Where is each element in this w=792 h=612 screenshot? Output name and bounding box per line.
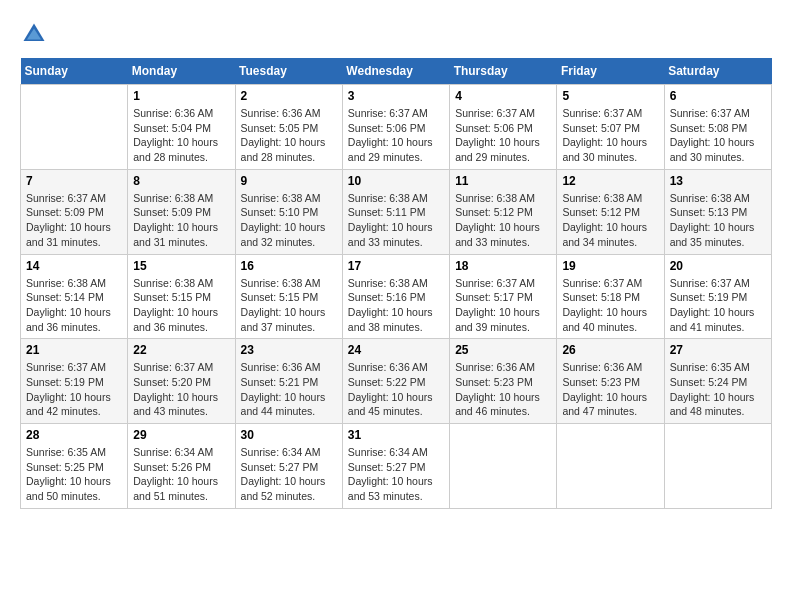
- day-number: 18: [455, 259, 551, 273]
- day-info: Sunrise: 6:38 AMSunset: 5:13 PMDaylight:…: [670, 191, 766, 250]
- page-header: [20, 20, 772, 48]
- day-info: Sunrise: 6:37 AMSunset: 5:18 PMDaylight:…: [562, 276, 658, 335]
- day-number: 15: [133, 259, 229, 273]
- day-info: Sunrise: 6:37 AMSunset: 5:08 PMDaylight:…: [670, 106, 766, 165]
- day-number: 13: [670, 174, 766, 188]
- day-info: Sunrise: 6:35 AMSunset: 5:25 PMDaylight:…: [26, 445, 122, 504]
- day-number: 12: [562, 174, 658, 188]
- day-number: 24: [348, 343, 444, 357]
- calendar-cell: 9Sunrise: 6:38 AMSunset: 5:10 PMDaylight…: [235, 169, 342, 254]
- day-header-saturday: Saturday: [664, 58, 771, 85]
- day-info: Sunrise: 6:36 AMSunset: 5:21 PMDaylight:…: [241, 360, 337, 419]
- calendar-cell: [450, 424, 557, 509]
- calendar-cell: 21Sunrise: 6:37 AMSunset: 5:19 PMDayligh…: [21, 339, 128, 424]
- day-info: Sunrise: 6:37 AMSunset: 5:19 PMDaylight:…: [26, 360, 122, 419]
- logo-icon: [20, 20, 48, 48]
- day-number: 27: [670, 343, 766, 357]
- week-row-5: 28Sunrise: 6:35 AMSunset: 5:25 PMDayligh…: [21, 424, 772, 509]
- day-info: Sunrise: 6:37 AMSunset: 5:20 PMDaylight:…: [133, 360, 229, 419]
- day-number: 14: [26, 259, 122, 273]
- day-number: 6: [670, 89, 766, 103]
- day-info: Sunrise: 6:36 AMSunset: 5:22 PMDaylight:…: [348, 360, 444, 419]
- calendar-cell: 26Sunrise: 6:36 AMSunset: 5:23 PMDayligh…: [557, 339, 664, 424]
- day-header-thursday: Thursday: [450, 58, 557, 85]
- calendar-cell: 2Sunrise: 6:36 AMSunset: 5:05 PMDaylight…: [235, 85, 342, 170]
- day-header-wednesday: Wednesday: [342, 58, 449, 85]
- calendar-cell: 12Sunrise: 6:38 AMSunset: 5:12 PMDayligh…: [557, 169, 664, 254]
- day-number: 19: [562, 259, 658, 273]
- day-header-monday: Monday: [128, 58, 235, 85]
- day-number: 29: [133, 428, 229, 442]
- day-info: Sunrise: 6:37 AMSunset: 5:06 PMDaylight:…: [455, 106, 551, 165]
- calendar-cell: 16Sunrise: 6:38 AMSunset: 5:15 PMDayligh…: [235, 254, 342, 339]
- day-number: 8: [133, 174, 229, 188]
- calendar-cell: 11Sunrise: 6:38 AMSunset: 5:12 PMDayligh…: [450, 169, 557, 254]
- calendar-cell: 14Sunrise: 6:38 AMSunset: 5:14 PMDayligh…: [21, 254, 128, 339]
- day-number: 28: [26, 428, 122, 442]
- day-number: 1: [133, 89, 229, 103]
- day-info: Sunrise: 6:36 AMSunset: 5:05 PMDaylight:…: [241, 106, 337, 165]
- calendar-cell: 29Sunrise: 6:34 AMSunset: 5:26 PMDayligh…: [128, 424, 235, 509]
- calendar-cell: 20Sunrise: 6:37 AMSunset: 5:19 PMDayligh…: [664, 254, 771, 339]
- week-row-2: 7Sunrise: 6:37 AMSunset: 5:09 PMDaylight…: [21, 169, 772, 254]
- calendar-cell: 15Sunrise: 6:38 AMSunset: 5:15 PMDayligh…: [128, 254, 235, 339]
- day-info: Sunrise: 6:36 AMSunset: 5:23 PMDaylight:…: [455, 360, 551, 419]
- day-header-friday: Friday: [557, 58, 664, 85]
- calendar-cell: 28Sunrise: 6:35 AMSunset: 5:25 PMDayligh…: [21, 424, 128, 509]
- calendar-cell: [21, 85, 128, 170]
- calendar-cell: 6Sunrise: 6:37 AMSunset: 5:08 PMDaylight…: [664, 85, 771, 170]
- day-number: 20: [670, 259, 766, 273]
- week-row-3: 14Sunrise: 6:38 AMSunset: 5:14 PMDayligh…: [21, 254, 772, 339]
- day-number: 31: [348, 428, 444, 442]
- day-info: Sunrise: 6:35 AMSunset: 5:24 PMDaylight:…: [670, 360, 766, 419]
- week-row-1: 1Sunrise: 6:36 AMSunset: 5:04 PMDaylight…: [21, 85, 772, 170]
- day-info: Sunrise: 6:38 AMSunset: 5:11 PMDaylight:…: [348, 191, 444, 250]
- logo: [20, 20, 52, 48]
- day-info: Sunrise: 6:37 AMSunset: 5:19 PMDaylight:…: [670, 276, 766, 335]
- day-number: 26: [562, 343, 658, 357]
- day-info: Sunrise: 6:36 AMSunset: 5:23 PMDaylight:…: [562, 360, 658, 419]
- day-number: 7: [26, 174, 122, 188]
- day-number: 4: [455, 89, 551, 103]
- day-number: 3: [348, 89, 444, 103]
- calendar-cell: 30Sunrise: 6:34 AMSunset: 5:27 PMDayligh…: [235, 424, 342, 509]
- calendar-cell: 24Sunrise: 6:36 AMSunset: 5:22 PMDayligh…: [342, 339, 449, 424]
- calendar-table: SundayMondayTuesdayWednesdayThursdayFrid…: [20, 58, 772, 509]
- calendar-cell: 5Sunrise: 6:37 AMSunset: 5:07 PMDaylight…: [557, 85, 664, 170]
- calendar-cell: [557, 424, 664, 509]
- calendar-cell: 25Sunrise: 6:36 AMSunset: 5:23 PMDayligh…: [450, 339, 557, 424]
- day-number: 11: [455, 174, 551, 188]
- header-row: SundayMondayTuesdayWednesdayThursdayFrid…: [21, 58, 772, 85]
- calendar-cell: 23Sunrise: 6:36 AMSunset: 5:21 PMDayligh…: [235, 339, 342, 424]
- day-header-sunday: Sunday: [21, 58, 128, 85]
- day-number: 10: [348, 174, 444, 188]
- day-info: Sunrise: 6:37 AMSunset: 5:06 PMDaylight:…: [348, 106, 444, 165]
- day-info: Sunrise: 6:38 AMSunset: 5:16 PMDaylight:…: [348, 276, 444, 335]
- day-info: Sunrise: 6:37 AMSunset: 5:09 PMDaylight:…: [26, 191, 122, 250]
- day-number: 22: [133, 343, 229, 357]
- calendar-cell: 10Sunrise: 6:38 AMSunset: 5:11 PMDayligh…: [342, 169, 449, 254]
- day-number: 25: [455, 343, 551, 357]
- day-info: Sunrise: 6:38 AMSunset: 5:14 PMDaylight:…: [26, 276, 122, 335]
- day-number: 21: [26, 343, 122, 357]
- day-number: 30: [241, 428, 337, 442]
- calendar-cell: [664, 424, 771, 509]
- day-info: Sunrise: 6:38 AMSunset: 5:12 PMDaylight:…: [455, 191, 551, 250]
- day-info: Sunrise: 6:38 AMSunset: 5:15 PMDaylight:…: [133, 276, 229, 335]
- day-number: 5: [562, 89, 658, 103]
- day-header-tuesday: Tuesday: [235, 58, 342, 85]
- calendar-cell: 31Sunrise: 6:34 AMSunset: 5:27 PMDayligh…: [342, 424, 449, 509]
- calendar-cell: 1Sunrise: 6:36 AMSunset: 5:04 PMDaylight…: [128, 85, 235, 170]
- day-info: Sunrise: 6:36 AMSunset: 5:04 PMDaylight:…: [133, 106, 229, 165]
- calendar-cell: 22Sunrise: 6:37 AMSunset: 5:20 PMDayligh…: [128, 339, 235, 424]
- day-info: Sunrise: 6:34 AMSunset: 5:27 PMDaylight:…: [241, 445, 337, 504]
- calendar-cell: 19Sunrise: 6:37 AMSunset: 5:18 PMDayligh…: [557, 254, 664, 339]
- calendar-cell: 8Sunrise: 6:38 AMSunset: 5:09 PMDaylight…: [128, 169, 235, 254]
- day-info: Sunrise: 6:38 AMSunset: 5:12 PMDaylight:…: [562, 191, 658, 250]
- calendar-cell: 18Sunrise: 6:37 AMSunset: 5:17 PMDayligh…: [450, 254, 557, 339]
- day-number: 17: [348, 259, 444, 273]
- calendar-cell: 3Sunrise: 6:37 AMSunset: 5:06 PMDaylight…: [342, 85, 449, 170]
- day-number: 16: [241, 259, 337, 273]
- calendar-cell: 27Sunrise: 6:35 AMSunset: 5:24 PMDayligh…: [664, 339, 771, 424]
- day-info: Sunrise: 6:38 AMSunset: 5:15 PMDaylight:…: [241, 276, 337, 335]
